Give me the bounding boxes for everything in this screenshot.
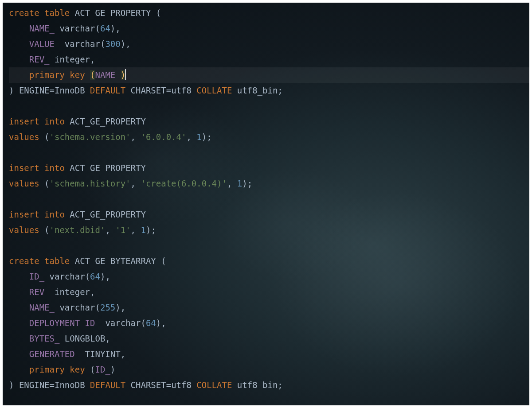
token-kw: into — [44, 163, 65, 173]
token-id: ACT_GE_BYTEARRAY ( — [75, 256, 166, 266]
token-pn: , — [131, 132, 141, 142]
code-line[interactable]: NAME_ varchar(64), — [9, 21, 529, 36]
token-type: varchar — [59, 23, 95, 33]
code-line[interactable]: values ('next.dbid', '1', 1); — [9, 222, 529, 238]
code-line[interactable] — [9, 98, 529, 114]
code-line[interactable]: DEPLOYMENT_ID_ varchar(64), — [9, 315, 529, 331]
token-kw: table — [44, 256, 70, 266]
token-id: ACT_GE_PROPERTY — [70, 163, 146, 173]
token-col: ID_ — [95, 365, 110, 374]
code-line[interactable]: REV_ integer, — [9, 284, 529, 300]
token-pn: ); — [242, 179, 252, 188]
token-pn: ), — [156, 318, 166, 328]
token-pn — [39, 163, 44, 173]
code-line[interactable]: ID_ varchar(64), — [9, 269, 529, 284]
token-pn — [65, 117, 70, 126]
token-kw: create — [9, 8, 39, 18]
token-id: TINYINT, — [85, 349, 126, 359]
token-pn: = — [50, 380, 55, 390]
token-kw: values — [9, 132, 39, 142]
token-pn — [9, 54, 29, 64]
token-pn: ( — [100, 39, 105, 49]
code-line[interactable]: values ('schema.history', 'create(6.0.0.… — [9, 176, 529, 191]
token-num: 255 — [100, 303, 115, 312]
token-pn — [9, 70, 29, 80]
token-pn: ( — [85, 272, 90, 281]
token-pn: , — [90, 287, 95, 297]
token-str: '6.0.0.4' — [141, 132, 186, 142]
token-type: integer — [55, 54, 90, 64]
token-pn — [9, 365, 29, 374]
code-line[interactable]: VALUE_ varchar(300), — [9, 36, 529, 52]
code-line[interactable]: primary key (NAME_) — [9, 67, 529, 83]
token-pn: ) — [9, 380, 19, 390]
token-num: 300 — [105, 39, 120, 49]
token-pn — [50, 54, 55, 64]
token-type: integer — [55, 287, 90, 297]
token-pn: ) — [110, 365, 115, 374]
code-line[interactable]: insert into ACT_GE_PROPERTY — [9, 160, 529, 176]
token-pn: ), — [110, 23, 121, 33]
token-str: 'create(6.0.0.4)' — [141, 179, 227, 188]
token-id: utf8 — [171, 85, 196, 95]
code-line[interactable]: values ('schema.version', '6.0.0.4', 1); — [9, 129, 529, 145]
token-pn: ) — [9, 85, 19, 95]
token-id: utf8_bin; — [237, 85, 283, 95]
token-hp: ( — [90, 70, 95, 80]
token-id: ENGINE — [19, 380, 50, 390]
token-id: CHARSET — [131, 85, 166, 95]
token-pn — [9, 349, 29, 359]
code-line[interactable]: GENERATED_ TINYINT, — [9, 346, 529, 362]
code-editor[interactable]: create table ACT_GE_PROPERTY ( NAME_ var… — [3, 3, 529, 393]
token-pn: = — [166, 85, 171, 95]
token-pn: ), — [121, 39, 131, 49]
token-pn — [85, 70, 90, 80]
token-id: utf8_bin; — [237, 380, 283, 390]
token-pn — [9, 23, 29, 33]
token-pn — [9, 39, 29, 49]
token-str: 'next.dbid' — [50, 225, 106, 235]
token-pn: , — [131, 179, 141, 188]
token-kw: DEFAULT — [90, 85, 125, 95]
code-line[interactable]: NAME_ varchar(255), — [9, 300, 529, 315]
token-pn — [59, 39, 64, 49]
token-pn: ); — [146, 225, 156, 235]
token-pn: ( — [39, 225, 50, 235]
token-pn — [125, 380, 130, 390]
code-line[interactable]: BYTES_ LONGBLOB, — [9, 331, 529, 346]
token-num: 1 — [237, 179, 242, 188]
token-pn — [232, 85, 237, 95]
token-pn — [9, 272, 29, 281]
code-line[interactable]: insert into ACT_GE_PROPERTY — [9, 207, 529, 222]
token-col: GENERATED_ — [29, 349, 80, 359]
token-col: REV_ — [29, 287, 50, 297]
code-line[interactable]: ) ENGINE=InnoDB DEFAULT CHARSET=utf8 COL… — [9, 83, 529, 98]
token-pn: , — [105, 225, 115, 235]
code-line[interactable]: create table ACT_GE_BYTEARRAY ( — [9, 253, 529, 269]
code-line[interactable]: ) ENGINE=InnoDB DEFAULT CHARSET=utf8 COL… — [9, 377, 529, 393]
token-pn: ), — [115, 303, 125, 312]
token-pn — [80, 349, 85, 359]
token-pn: , — [131, 225, 141, 235]
code-line[interactable] — [9, 145, 529, 160]
code-line[interactable]: REV_ integer, — [9, 52, 529, 67]
token-col: VALUE_ — [29, 39, 60, 49]
token-pn — [44, 272, 49, 281]
code-line[interactable]: create table ACT_GE_PROPERTY ( — [9, 5, 529, 21]
token-pn: = — [50, 85, 55, 95]
token-pn — [59, 334, 64, 343]
token-pn — [55, 23, 59, 33]
token-kw: COLLATE — [196, 380, 232, 390]
code-line[interactable]: primary key (ID_) — [9, 362, 529, 377]
token-pn — [70, 256, 74, 266]
code-line[interactable]: insert into ACT_GE_PROPERTY — [9, 114, 529, 129]
token-pn — [39, 256, 44, 266]
token-num: 1 — [196, 132, 201, 142]
code-line[interactable] — [9, 238, 529, 253]
token-id: utf8 — [171, 380, 196, 390]
token-kw: primary key — [29, 365, 85, 374]
token-pn: ( — [39, 132, 50, 142]
code-line[interactable] — [9, 191, 529, 207]
token-col: REV_ — [29, 54, 50, 64]
token-num: 64 — [146, 318, 156, 328]
